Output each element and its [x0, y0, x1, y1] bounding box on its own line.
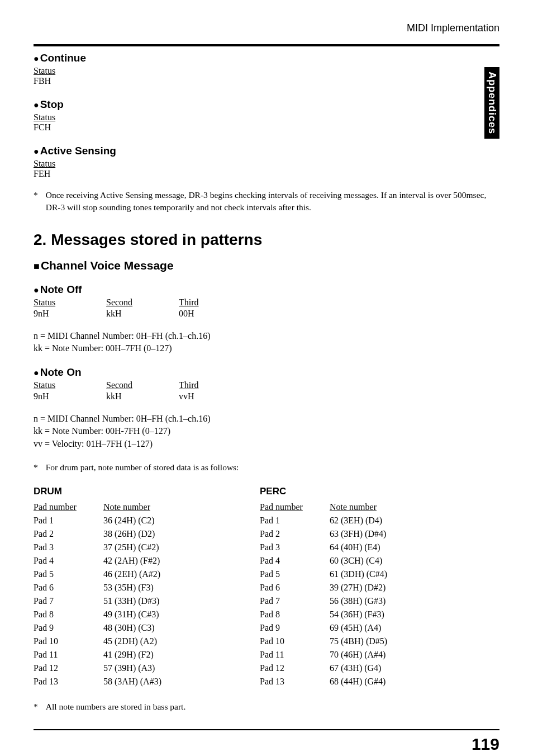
- perc-pad-cell: Pad 4: [260, 554, 330, 568]
- perc-note-cell: 67 (43H) (G4): [330, 662, 441, 675]
- perc-note-cell: 75 (4BH) (D#5): [330, 635, 441, 648]
- note-off-val-third: 00H: [179, 309, 251, 319]
- page-header-title: MIDI Implementation: [34, 22, 499, 34]
- perc-note-cell: 56 (38H) (G#3): [330, 594, 441, 608]
- perc-note-cell: 63 (3FH) (D#4): [330, 527, 441, 541]
- perc-pad-cell: Pad 5: [260, 568, 330, 581]
- section-2-title: 2. Messages stored in patterns: [34, 231, 499, 249]
- note-off-val-status: 9nH: [34, 309, 106, 319]
- perc-row: Pad 854 (36H) (F#3): [260, 608, 441, 621]
- perc-pad-cell: Pad 8: [260, 608, 330, 621]
- drum-note-cell: 38 (26H) (D2): [103, 527, 215, 541]
- perc-note-cell: 60 (3CH) (C4): [330, 554, 441, 568]
- perc-row: Pad 364 (40H) (E4): [260, 541, 441, 554]
- drum-row: Pad 337 (25H) (C#2): [34, 541, 215, 554]
- note-asterisk-icon: *: [34, 701, 38, 713]
- perc-pad-cell: Pad 6: [260, 581, 330, 594]
- perc-row: Pad 561 (3DH) (C#4): [260, 568, 441, 581]
- drum-row: Pad 1045 (2DH) (A2): [34, 635, 215, 648]
- drum-pad-cell: Pad 7: [34, 594, 103, 608]
- header-rule: [34, 44, 499, 46]
- active-sensing-note-text: Once receiving Active Sensing message, D…: [46, 189, 499, 214]
- perc-pad-cell: Pad 7: [260, 594, 330, 608]
- perc-row: Pad 460 (3CH) (C4): [260, 554, 441, 568]
- perc-row: Pad 756 (38H) (G#3): [260, 594, 441, 608]
- note-on-header-row: Status Second Third: [34, 380, 499, 390]
- drum-pad-cell: Pad 6: [34, 581, 103, 594]
- note-asterisk-icon: *: [34, 461, 38, 474]
- drum-note-cell: 41 (29H) (F2): [103, 648, 215, 662]
- note-on-param-kk: kk = Note Number: 00H-7FH (0–127): [34, 425, 499, 437]
- note-on-val-second: kkH: [106, 391, 179, 401]
- channel-voice-heading: Channel Voice Message: [34, 259, 499, 272]
- note-on-param-vv: vv = Velocity: 01H–7FH (1–127): [34, 438, 499, 450]
- perc-row: Pad 969 (45H) (A4): [260, 621, 441, 635]
- perc-row: Pad 639 (27H) (D#2): [260, 581, 441, 594]
- note-off-param-n: n = MIDI Channel Number: 0H–FH (ch.1–ch.…: [34, 330, 499, 342]
- heading-active-sensing: Active Sensing: [34, 145, 499, 157]
- perc-head-pad: Pad number: [260, 500, 330, 514]
- perc-note-cell: 68 (44H) (G#4): [330, 675, 441, 688]
- drum-pad-cell: Pad 1: [34, 514, 103, 527]
- heading-continue: Continue: [34, 52, 499, 64]
- note-on-col-third: Third: [179, 380, 251, 390]
- drum-table: DRUM Pad number Note number Pad 136 (24H…: [34, 486, 215, 688]
- perc-pad-cell: Pad 12: [260, 662, 330, 675]
- footer-rule: [34, 729, 499, 730]
- drum-pad-cell: Pad 4: [34, 554, 103, 568]
- note-off-param-kk: kk = Note Number: 00H–7FH (0–127): [34, 342, 499, 355]
- drum-row: Pad 546 (2EH) (A#2): [34, 568, 215, 581]
- continue-status-value: FBH: [34, 76, 499, 86]
- drum-row: Pad 136 (24H) (C2): [34, 514, 215, 527]
- bass-note: * All note numbers are stored in bass pa…: [34, 701, 499, 713]
- drum-note-cell: 36 (24H) (C2): [103, 514, 215, 527]
- drum-pad-cell: Pad 9: [34, 621, 103, 635]
- perc-table-title: PERC: [260, 486, 441, 497]
- perc-note-cell: 39 (27H) (D#2): [330, 581, 441, 594]
- heading-note-on: Note On: [34, 366, 499, 379]
- drum-note-cell: 53 (35H) (F3): [103, 581, 215, 594]
- drum-table-head: Pad number Note number: [34, 500, 215, 514]
- perc-row: Pad 1267 (43H) (G4): [260, 662, 441, 675]
- drum-table-title: DRUM: [34, 486, 215, 497]
- drum-note-cell: 48 (30H) (C3): [103, 621, 215, 635]
- drum-note-cell: 49 (31H) (C#3): [103, 608, 215, 621]
- note-off-params: n = MIDI Channel Number: 0H–FH (ch.1–ch.…: [34, 330, 499, 355]
- drum-row: Pad 1358 (3AH) (A#3): [34, 675, 215, 688]
- perc-pad-cell: Pad 1: [260, 514, 330, 527]
- active-sensing-note: * Once receiving Active Sensing message,…: [34, 189, 499, 214]
- note-off-header-row: Status Second Third: [34, 297, 499, 308]
- perc-row: Pad 263 (3FH) (D#4): [260, 527, 441, 541]
- drum-note-cell: 57 (39H) (A3): [103, 662, 215, 675]
- note-on-val-third: vvH: [179, 391, 251, 401]
- perc-row: Pad 1368 (44H) (G#4): [260, 675, 441, 688]
- drum-pad-cell: Pad 8: [34, 608, 103, 621]
- drum-pad-cell: Pad 5: [34, 568, 103, 581]
- perc-note-cell: 70 (46H) (A#4): [330, 648, 441, 662]
- drum-row: Pad 948 (30H) (C3): [34, 621, 215, 635]
- note-off-col-third: Third: [179, 297, 251, 308]
- perc-pad-cell: Pad 3: [260, 541, 330, 554]
- perc-pad-cell: Pad 11: [260, 648, 330, 662]
- drum-row: Pad 653 (35H) (F3): [34, 581, 215, 594]
- note-on-drum-note-text: For drum part, note number of stored dat…: [46, 461, 239, 474]
- note-asterisk-icon: *: [34, 189, 38, 214]
- bass-note-text: All note numbers are stored in bass part…: [46, 701, 186, 713]
- perc-head-note: Note number: [330, 500, 441, 514]
- drum-note-cell: 46 (2EH) (A#2): [103, 568, 215, 581]
- drum-row: Pad 1141 (29H) (F2): [34, 648, 215, 662]
- perc-pad-cell: Pad 2: [260, 527, 330, 541]
- drum-row: Pad 442 (2AH) (F#2): [34, 554, 215, 568]
- stop-status-value: FCH: [34, 122, 499, 133]
- drum-row: Pad 238 (26H) (D2): [34, 527, 215, 541]
- stop-status-label: Status: [34, 112, 499, 122]
- drum-pad-cell: Pad 2: [34, 527, 103, 541]
- note-on-val-status: 9nH: [34, 391, 106, 401]
- perc-note-cell: 61 (3DH) (C#4): [330, 568, 441, 581]
- perc-note-cell: 64 (40H) (E4): [330, 541, 441, 554]
- perc-row: Pad 1075 (4BH) (D#5): [260, 635, 441, 648]
- perc-note-cell: 54 (36H) (F#3): [330, 608, 441, 621]
- drum-head-pad: Pad number: [34, 500, 103, 514]
- side-tab-appendices: Appendices: [484, 67, 499, 139]
- pad-tables: DRUM Pad number Note number Pad 136 (24H…: [34, 486, 499, 688]
